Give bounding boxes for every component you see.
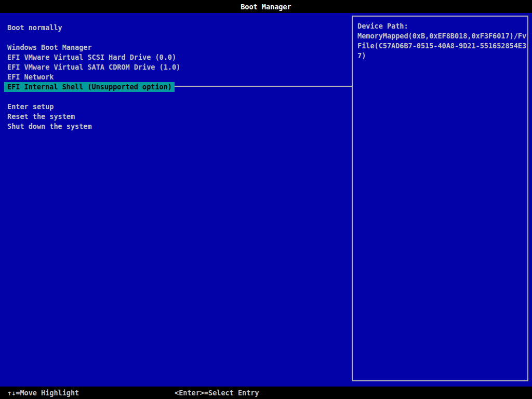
menu-item-shut-down-system[interactable]: Shut down the system: [0, 122, 343, 131]
page-title: Boot Manager: [241, 3, 291, 11]
device-path-line: File(C57AD6B7-0515-40A8-9D21-551652854E3: [357, 41, 527, 51]
menu-item-boot-normally[interactable]: Boot normally: [0, 23, 343, 33]
menu-gap: [0, 33, 343, 43]
menu-item-reset-system[interactable]: Reset the system: [0, 112, 343, 122]
menu-item-scsi-hard-drive[interactable]: EFI VMware Virtual SCSI Hard Drive (0.0): [0, 52, 343, 62]
device-path-heading: Device Path:: [357, 21, 527, 31]
menu-gap: [0, 92, 343, 102]
device-path-panel: Device Path: MemoryMapped(0xB,0xEF8B018,…: [352, 16, 528, 381]
boot-manager-screen: Boot normally Windows Boot Manager EFI V…: [0, 13, 532, 387]
status-bar: ↑↓=Move Highlight <Enter>=Select Entry: [0, 387, 532, 399]
device-path-line: MemoryMapped(0xB,0xEF8B018,0xF3F6017)/Fv: [357, 31, 527, 41]
menu-item-sata-cdrom-drive[interactable]: EFI VMware Virtual SATA CDROM Drive (1.0…: [0, 62, 343, 72]
boot-menu: Boot normally Windows Boot Manager EFI V…: [0, 23, 343, 131]
title-bar: Boot Manager: [0, 0, 532, 13]
menu-item-windows-boot-manager[interactable]: Windows Boot Manager: [0, 43, 343, 52]
selection-connector-line: [175, 86, 352, 87]
menu-item-efi-network[interactable]: EFI Network: [0, 72, 343, 82]
menu-item-efi-internal-shell-selected[interactable]: EFI Internal Shell (Unsupported option): [4, 82, 175, 92]
menu-item-enter-setup[interactable]: Enter setup: [0, 102, 343, 112]
move-highlight-hint: ↑↓=Move Highlight: [7, 387, 79, 399]
device-path-line: 7): [357, 51, 527, 61]
select-entry-hint: <Enter>=Select Entry: [175, 387, 259, 399]
